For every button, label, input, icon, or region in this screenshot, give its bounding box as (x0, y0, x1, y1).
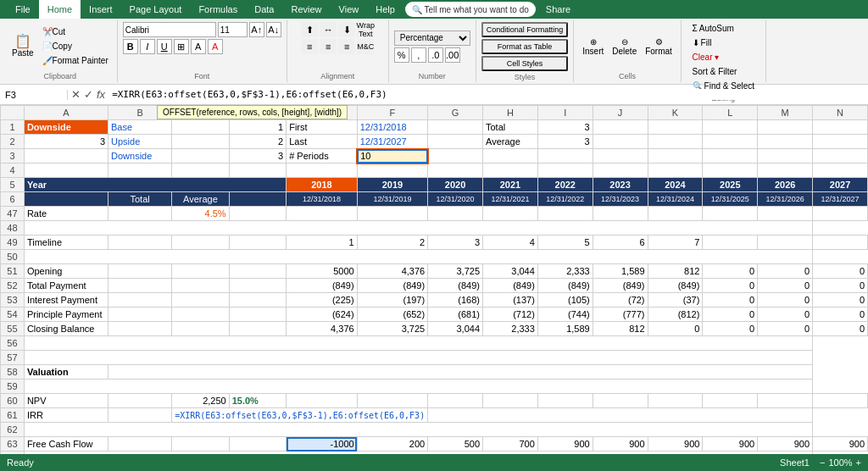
cell-e52[interactable]: (849) (287, 279, 357, 293)
conditional-formatting-button[interactable]: Conditional Formatting (481, 22, 569, 37)
cell-a4[interactable] (24, 163, 108, 178)
cell-e6[interactable]: 12/31/2018 (287, 192, 357, 207)
cell-k51[interactable]: 812 (648, 264, 703, 279)
cut-button[interactable]: ✂️ Cut (39, 25, 112, 38)
col-header-g[interactable]: G (428, 106, 483, 120)
cell-j52[interactable]: (849) (593, 279, 648, 293)
cell-e49[interactable]: 1 (287, 236, 357, 250)
cell-e54[interactable]: (624) (287, 308, 357, 322)
cell-b4[interactable] (108, 163, 172, 178)
cell-n49[interactable] (813, 236, 868, 250)
cell-l63[interactable]: 900 (703, 437, 758, 452)
cell-a49[interactable]: Timeline (24, 236, 108, 250)
cell-m52[interactable]: 0 (758, 279, 813, 293)
tab-formulas[interactable]: Formulas (190, 0, 246, 19)
cell-k54[interactable]: (812) (648, 308, 703, 322)
cell-m6[interactable]: 12/31/2026 (758, 192, 813, 207)
cell-d49[interactable] (229, 236, 287, 250)
cell-e1[interactable]: First (287, 120, 357, 135)
cell-k4[interactable] (648, 163, 703, 178)
tab-view[interactable]: View (331, 0, 368, 19)
cell-h47[interactable] (483, 207, 538, 221)
cell-b52[interactable] (108, 279, 172, 293)
cell-h51[interactable]: 3,044 (483, 264, 538, 279)
cell-i1[interactable]: 3 (537, 120, 593, 135)
cell-m3[interactable] (758, 149, 813, 163)
cell-l52[interactable]: 0 (703, 279, 758, 293)
cell-k1[interactable] (648, 120, 703, 135)
align-right-button[interactable]: ≡ (338, 39, 355, 54)
cell-h53[interactable]: (137) (483, 293, 538, 308)
cell-c6-avg[interactable]: Average (172, 192, 230, 207)
col-header-j[interactable]: J (593, 106, 648, 120)
cell-m55[interactable]: 0 (758, 322, 813, 336)
format-painter-button[interactable]: 🖌️ Format Painter (39, 54, 112, 67)
cell-m49[interactable] (758, 236, 813, 250)
clear-button[interactable]: Clear ▾ (689, 51, 758, 64)
cell-k47[interactable] (648, 207, 703, 221)
cell-y2026[interactable]: 2026 (758, 178, 813, 192)
cell-a54[interactable]: Principle Payment (24, 308, 108, 322)
col-header-i[interactable]: I (537, 106, 593, 120)
cell-n3[interactable] (813, 149, 868, 163)
insert-button[interactable]: ⊕ Insert (579, 36, 607, 58)
autosum-button[interactable]: Σ AutoSum (689, 22, 758, 35)
delete-button[interactable]: ⊖ Delete (609, 36, 640, 58)
cell-g52[interactable]: (849) (428, 279, 483, 293)
underline-button[interactable]: U (157, 39, 172, 54)
cell-f53[interactable]: (197) (357, 293, 428, 308)
cell-n1[interactable] (813, 120, 868, 135)
cell-b55[interactable] (108, 322, 172, 336)
cell-c55[interactable] (172, 322, 230, 336)
cell-g55[interactable]: 3,044 (428, 322, 483, 336)
cell-m47[interactable] (758, 207, 813, 221)
zoom-in-button[interactable]: + (856, 457, 861, 468)
cell-i2[interactable]: 3 (537, 135, 593, 149)
cell-a1[interactable]: Downside (24, 120, 108, 135)
cell-styles-button[interactable]: Cell Styles (481, 56, 569, 71)
cell-j53[interactable]: (72) (593, 293, 648, 308)
cell-g3[interactable] (428, 149, 483, 163)
cell-f63[interactable]: 200 (357, 437, 428, 452)
cell-h49[interactable]: 4 (483, 236, 538, 250)
cell-i60[interactable] (537, 394, 593, 408)
cell-d51[interactable] (229, 264, 287, 279)
sheet-scroll[interactable]: A B C D E F G H I J K L M N (0, 105, 868, 454)
cell-b63[interactable] (108, 437, 172, 452)
cell-c49[interactable] (172, 236, 230, 250)
increase-decimal-button[interactable]: .00 (445, 47, 460, 63)
cell-a3[interactable] (24, 149, 108, 163)
cell-c4[interactable] (172, 163, 230, 178)
cell-i6[interactable]: 12/31/2022 (537, 192, 593, 207)
cell-m54[interactable]: 0 (758, 308, 813, 322)
cell-c2[interactable] (172, 135, 230, 149)
cell-e60[interactable] (287, 394, 357, 408)
cell-d1[interactable]: 1 (229, 120, 287, 135)
cell-h1[interactable]: Total (483, 120, 538, 135)
cell-a6[interactable] (24, 192, 108, 207)
cell-y2025[interactable]: 2025 (703, 178, 758, 192)
cell-h55[interactable]: 2,333 (483, 322, 538, 336)
cell-b54[interactable] (108, 308, 172, 322)
cell-k6[interactable]: 12/31/2024 (648, 192, 703, 207)
cell-b51[interactable] (108, 264, 172, 279)
italic-button[interactable]: I (140, 39, 155, 54)
cell-f6[interactable]: 12/31/2019 (357, 192, 428, 207)
cell-e51[interactable]: 5000 (287, 264, 357, 279)
cell-g53[interactable]: (168) (428, 293, 483, 308)
cell-l2[interactable] (703, 135, 758, 149)
cell-l49[interactable] (703, 236, 758, 250)
cell-e55[interactable]: 4,376 (287, 322, 357, 336)
cell-k2[interactable] (648, 135, 703, 149)
cell-h2[interactable]: Average (483, 135, 538, 149)
paste-button[interactable]: 📋 Paste (8, 33, 37, 59)
align-middle-button[interactable]: ↔ (320, 22, 337, 37)
cell-g60[interactable] (428, 394, 483, 408)
cell-d54[interactable] (229, 308, 287, 322)
cell-j49[interactable]: 6 (593, 236, 648, 250)
cell-b47[interactable] (108, 207, 172, 221)
zoom-out-button[interactable]: − (820, 457, 825, 468)
cell-y2027[interactable]: 2027 (813, 178, 868, 192)
cancel-formula-icon[interactable]: ✕ (71, 88, 81, 101)
cell-k49[interactable]: 7 (648, 236, 703, 250)
